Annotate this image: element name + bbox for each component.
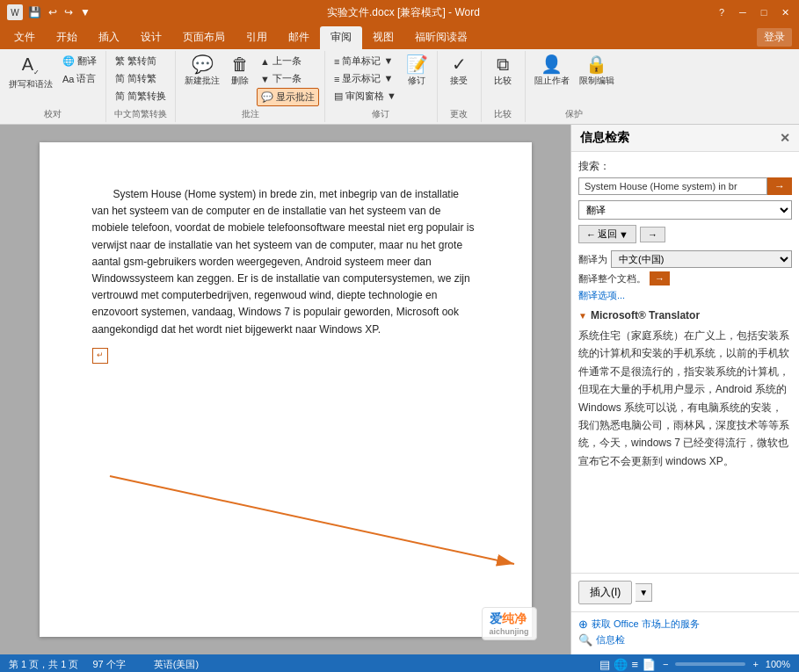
restore-btn[interactable]: □ (757, 6, 771, 18)
svg-line-1 (110, 476, 514, 564)
title-bar-left: W 💾 ↩ ↪ ▼ (7, 4, 92, 20)
save-btn[interactable]: 💾 (26, 4, 43, 20)
restrict-edit-btn[interactable]: 🔒 限制编辑 (576, 53, 618, 90)
language-icon: Aa (62, 74, 74, 84)
status-left: 第 1 页，共 1 页 97 个字 英语(美国) (9, 658, 199, 671)
translate-lang-select[interactable]: 中文(中国) (611, 250, 792, 268)
compare-btn[interactable]: ⧉ 比较 (489, 53, 517, 90)
doc-page: System House (Home system) in brede zin,… (40, 142, 532, 637)
search-input[interactable] (578, 177, 767, 195)
back-label: 返回 (598, 228, 617, 241)
dropdown-row: 翻译 (578, 200, 792, 220)
search-go-btn[interactable]: → (767, 177, 792, 195)
zoom-in-btn[interactable]: + (752, 659, 758, 669)
panel-close-btn[interactable]: ✕ (780, 131, 790, 145)
language-btn[interactable]: Aa 语言 (59, 70, 100, 87)
doc-paragraph-1: System House (Home system) in brede zin,… (92, 186, 479, 338)
translate-options-link[interactable]: 翻译选项... (578, 289, 792, 302)
tab-insert[interactable]: 插入 (88, 26, 130, 49)
side-links: ⊕ 获取 Office 市场上的服务 🔍 信息检 (571, 611, 799, 654)
title-bar: W 💾 ↩ ↪ ▼ 实验文件.docx [兼容模式] - Word ? ─ □ … (0, 0, 799, 25)
next-comment-btn[interactable]: ▼ 下一条 (257, 70, 319, 87)
group-simp-trad: 繁 繁转简 简 简转繁 简 简繁转换 中文简繁转换 (106, 51, 176, 122)
track-changes-btn[interactable]: 📝 修订 (403, 53, 432, 90)
tracking-col: ≡ 简单标记 ▼ ≡ 显示标记 ▼ ▤ 审阅窗格 ▼ (330, 53, 400, 105)
insert-btn[interactable]: 插入(I) (578, 581, 632, 604)
translation-result: 系统住宅（家庭系统）在广义上，包括安装系统的计算机和安装的手机系统，以前的手机软… (578, 327, 792, 470)
zoom-out-btn[interactable]: − (663, 659, 668, 669)
insert-dropdown-btn[interactable]: ▼ (636, 583, 652, 602)
more-btn[interactable]: ▼ (78, 4, 92, 20)
convert-icon: 简 (115, 90, 125, 103)
help-btn[interactable]: ? (715, 6, 729, 18)
group-compare-label: 比较 (494, 108, 512, 120)
trad-to-simp-label: 繁转简 (127, 54, 156, 68)
tab-view[interactable]: 视图 (362, 26, 404, 49)
view-web-btn[interactable]: 🌐 (614, 658, 628, 671)
view-draft-btn[interactable]: 📄 (642, 658, 656, 671)
new-comment-btn[interactable]: 💬 新建批注 (181, 53, 223, 90)
review-icon: ▤ (334, 90, 343, 102)
status-right: ▤ 🌐 ≡ 📄 − + 100% (599, 658, 790, 671)
tab-review[interactable]: 审阅 (320, 26, 362, 49)
simple-icon: ≡ (334, 56, 339, 67)
review-pane-btn[interactable]: ▤ 审阅窗格 ▼ (330, 88, 400, 105)
back-dropdown[interactable]: ▼ (619, 229, 628, 240)
main-area: System House (Home system) in brede zin,… (0, 125, 799, 654)
zoom-slider[interactable] (675, 662, 745, 666)
delete-comment-btn[interactable]: 🗑 删除 (226, 53, 254, 90)
tab-references[interactable]: 引用 (236, 26, 278, 49)
restrict-label: 限制编辑 (579, 75, 614, 87)
tab-home[interactable]: 开始 (46, 26, 88, 49)
redo-btn[interactable]: ↪ (62, 4, 75, 20)
show-icon: 💬 (261, 91, 273, 103)
doc-area[interactable]: System House (Home system) in brede zin,… (0, 125, 570, 654)
tab-foxit[interactable]: 福昕阅读器 (404, 26, 478, 49)
insert-row: 插入(I) ▼ (571, 573, 799, 611)
trad-to-simp-btn[interactable]: 繁 繁转简 (112, 53, 170, 69)
category-select[interactable]: 翻译 (578, 200, 792, 220)
spell-check-btn[interactable]: A✓ 拼写和语法 (5, 53, 56, 93)
minimize-btn[interactable]: ─ (736, 6, 750, 18)
translate-all-btn[interactable]: → (650, 271, 670, 285)
lang-text: 英语(美国) (154, 658, 199, 671)
close-btn[interactable]: ✕ (778, 6, 792, 18)
back-btn[interactable]: ← 返回 ▼ (578, 225, 636, 243)
app-icon: W (7, 4, 23, 20)
forward-btn[interactable]: → (640, 227, 665, 242)
undo-btn[interactable]: ↩ (47, 4, 59, 20)
simple-markup-btn[interactable]: ≡ 简单标记 ▼ (330, 53, 400, 69)
info-search-link[interactable]: 🔍 信息检 (578, 633, 792, 647)
get-services-link[interactable]: ⊕ 获取 Office 市场上的服务 (578, 618, 792, 631)
prev-comment-btn[interactable]: ▲ 上一条 (257, 53, 319, 69)
login-btn[interactable]: 登录 (757, 28, 792, 47)
show-comments-btn[interactable]: 💬 显示批注 (257, 88, 319, 106)
show-markup-icon: ≡ (334, 74, 339, 84)
side-panel: 信息检索 ✕ 搜索： → 翻译 ← 返回 ▼ → (570, 125, 799, 654)
block-author-btn[interactable]: 👤 阻止作者 (531, 53, 573, 90)
translate-btn[interactable]: 🌐 翻译 (59, 53, 100, 69)
bracket-btn[interactable]: ↵ (92, 348, 108, 364)
block-icon: 👤 (541, 55, 563, 73)
group-tracking: ≡ 简单标记 ▼ ≡ 显示标记 ▼ ▤ 审阅窗格 ▼ 📝 修订 修订 (325, 51, 438, 122)
show-markup-label: 显示标记 ▼ (342, 72, 393, 85)
nav-row: ← 返回 ▼ → (578, 225, 792, 243)
view-print-btn[interactable]: ▤ (599, 658, 610, 671)
tab-mailings[interactable]: 邮件 (278, 26, 320, 49)
next-label: 下一条 (272, 72, 301, 85)
tab-layout[interactable]: 页面布局 (172, 26, 236, 49)
show-markup-btn[interactable]: ≡ 显示标记 ▼ (330, 70, 400, 87)
view-outline-btn[interactable]: ≡ (631, 658, 638, 671)
tab-design[interactable]: 设计 (130, 26, 172, 49)
simp-to-trad-btn[interactable]: 简 简转繁 (112, 70, 170, 87)
collapse-icon[interactable]: ▼ (578, 311, 587, 321)
block-label: 阻止作者 (534, 75, 570, 87)
fwd-icon: → (648, 229, 657, 240)
group-proofing-label: 校对 (44, 108, 62, 120)
doc-text: System House (Home system) in brede zin,… (92, 186, 479, 366)
group-comments: 💬 新建批注 🗑 删除 ▲ 上一条 ▼ 下一条 💬 显示批注 (176, 51, 325, 122)
convert-btn[interactable]: 简 简繁转换 (112, 88, 170, 105)
search-label: 搜索： (578, 159, 792, 174)
tab-file[interactable]: 文件 (4, 26, 46, 49)
accept-btn[interactable]: ✓ 接受 (445, 53, 473, 90)
